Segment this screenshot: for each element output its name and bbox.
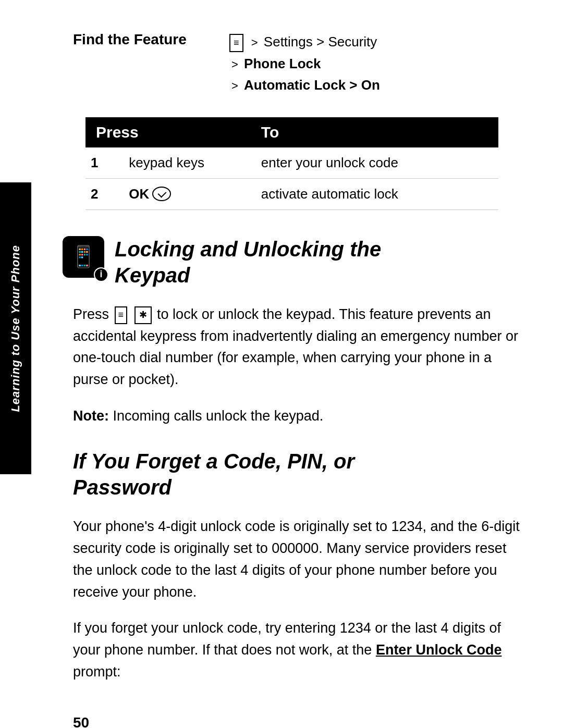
section2-body2: If you forget your unlock code, try ente… bbox=[63, 618, 521, 683]
note-label: Note: bbox=[73, 408, 109, 424]
sidebar-label: Learning to Use Your Phone bbox=[0, 182, 31, 474]
section1-title-line2: Keypad bbox=[115, 264, 190, 287]
row2-num: 2 bbox=[85, 178, 118, 209]
row1-to: enter your unlock code bbox=[251, 147, 498, 179]
arrow-3: > bbox=[231, 79, 238, 92]
section1-title: Locking and Unlocking the Keypad bbox=[115, 236, 381, 288]
arrow-1: > bbox=[251, 36, 258, 49]
row1-num: 1 bbox=[85, 147, 118, 179]
press-to-table: Press To 1 keypad keys enter your unlock… bbox=[85, 117, 498, 210]
ok-text: OK bbox=[129, 186, 149, 202]
phone-icon: 📱 bbox=[70, 244, 96, 269]
enter-unlock-code-label: Enter Unlock Code bbox=[376, 642, 502, 658]
star-inline-icon: ✱ bbox=[134, 306, 152, 324]
menu-inline-icon: ≡ bbox=[115, 306, 128, 324]
section1-body: Press ≡ ✱ to lock or unlock the keypad. … bbox=[63, 304, 521, 391]
sidebar-text: Learning to Use Your Phone bbox=[9, 245, 22, 412]
find-feature-row: Find the Feature ≡ > Settings > Security… bbox=[63, 31, 521, 96]
section2-body1: Your phone's 4-digit unlock code is orig… bbox=[63, 516, 521, 603]
ok-oval-icon bbox=[152, 187, 171, 201]
section1-note: Note: Incoming calls unlock the keypad. bbox=[63, 405, 521, 427]
phone-info-icon-box: 📱 i bbox=[63, 236, 104, 278]
table-row: 2 OK activate automatic lock bbox=[85, 178, 498, 209]
page-container: Learning to Use Your Phone Find the Feat… bbox=[0, 0, 563, 728]
info-circle-icon: i bbox=[94, 267, 108, 282]
row2-press: OK bbox=[118, 178, 250, 209]
path-phone-lock: Phone Lock bbox=[244, 56, 321, 71]
section2-body2-suffix: prompt: bbox=[73, 664, 121, 680]
find-feature-label: Find the Feature bbox=[73, 31, 198, 48]
note-content: Incoming calls unlock the keypad. bbox=[113, 408, 324, 424]
row1-press: keypad keys bbox=[118, 147, 250, 179]
section1-header: 📱 i Locking and Unlocking the Keypad bbox=[63, 236, 521, 288]
arrow-2: > bbox=[231, 58, 238, 71]
section1-title-line1: Locking and Unlocking the bbox=[115, 238, 381, 261]
section2-title-line1: If You Forget a Code, PIN, or bbox=[73, 450, 354, 473]
feature-path: ≡ > Settings > Security > Phone Lock > A… bbox=[229, 31, 380, 96]
ok-button-label: OK bbox=[129, 186, 171, 202]
path-auto-lock: Automatic Lock > On bbox=[244, 77, 380, 93]
table-header-to: To bbox=[251, 117, 498, 147]
page-number: 50 bbox=[73, 714, 89, 728]
path-settings-security: Settings > Security bbox=[264, 34, 377, 50]
table-row: 1 keypad keys enter your unlock code bbox=[85, 147, 498, 179]
section2-title: If You Forget a Code, PIN, or Password bbox=[63, 448, 521, 500]
table-header-press: Press bbox=[85, 117, 251, 147]
page-footer: 50 bbox=[63, 714, 521, 728]
section2-title-line2: Password bbox=[73, 476, 172, 499]
section1-press-label: Press bbox=[73, 306, 109, 322]
row2-to: activate automatic lock bbox=[251, 178, 498, 209]
menu-icon: ≡ bbox=[229, 34, 243, 52]
